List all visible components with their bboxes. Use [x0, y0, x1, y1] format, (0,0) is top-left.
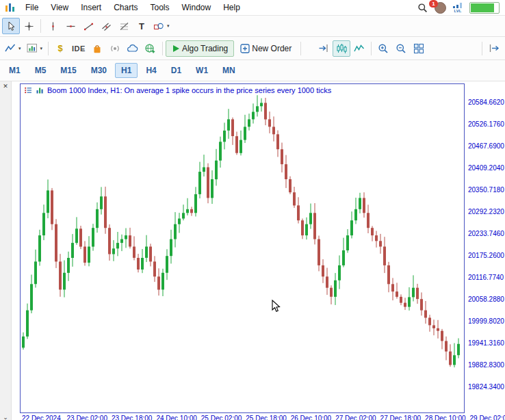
price-axis-label: 20116.7740: [468, 274, 504, 281]
signals-button[interactable]: [106, 40, 124, 57]
symbols-button[interactable]: $: [51, 40, 69, 57]
time-scale[interactable]: 22 Dec 202423 Dec 02:0023 Dec 18:0024 De…: [21, 414, 505, 420]
indicators-button[interactable]: [24, 40, 46, 57]
separator: [371, 42, 372, 55]
timeframe-h1[interactable]: H1: [115, 63, 138, 78]
level-label: LVL: [454, 9, 462, 13]
trendline-icon: [83, 21, 94, 31]
timeframe-bar: M1M5M15M30H1H4D1W1MN: [0, 60, 505, 81]
notification-badge: 1: [429, 0, 438, 8]
shapes-icon: [153, 21, 164, 31]
menu-item-insert[interactable]: Insert: [75, 1, 107, 15]
cursor-tool-button[interactable]: [2, 18, 20, 34]
price-axis-label: 19824.3400: [468, 383, 504, 391]
menu-item-tools[interactable]: Tools: [144, 1, 176, 15]
separator: [482, 42, 482, 55]
price-axis-label: 20584.6620: [468, 99, 504, 106]
timeframe-m15[interactable]: M15: [54, 63, 82, 78]
time-axis-label: 29 Dec 02:00: [470, 415, 505, 420]
zoom-in-button[interactable]: [374, 40, 392, 57]
level-indicator[interactable]: LVL: [453, 3, 463, 13]
timeframe-d1[interactable]: D1: [165, 63, 187, 78]
play-icon: [172, 44, 180, 53]
chart-window: Boom 1000 Index, H1: On average 1 spike …: [12, 81, 505, 420]
chart-type-button[interactable]: [2, 40, 24, 57]
close-icon[interactable]: ✕: [3, 83, 8, 90]
drawing-toolbar: T: [0, 16, 505, 37]
candles-mode-button[interactable]: [333, 40, 350, 57]
menu-item-help[interactable]: Help: [217, 1, 246, 15]
market-button[interactable]: [88, 40, 106, 57]
connection-fill: [471, 3, 494, 12]
menu-item-file[interactable]: File: [19, 1, 44, 15]
tick-chart-button[interactable]: [350, 40, 368, 57]
chart-menu-icon[interactable]: [24, 86, 32, 94]
chart-title-row: Boom 1000 Index, H1: On average 1 spike …: [24, 86, 331, 94]
price-axis-label: 20175.2600: [468, 252, 504, 259]
cursor-icon: [6, 21, 16, 31]
time-axis-label: 28 Dec 10:00: [425, 415, 466, 420]
plot-area[interactable]: Boom 1000 Index, H1: On average 1 spike …: [20, 83, 465, 413]
vps-button[interactable]: [124, 40, 142, 57]
timeframe-w1[interactable]: W1: [190, 63, 214, 78]
ide-button[interactable]: IDE: [69, 40, 88, 57]
horizontal-line-tool-button[interactable]: [62, 18, 79, 34]
shapes-tool-button[interactable]: [151, 18, 172, 34]
separator: [40, 19, 41, 33]
dollar-icon: $: [57, 43, 62, 53]
timeframe-m30[interactable]: M30: [85, 63, 113, 78]
tile-windows-button[interactable]: [410, 40, 428, 57]
time-axis-label: 25 Dec 18:00: [246, 415, 287, 420]
search-icon[interactable]: [417, 3, 428, 13]
chart-shift-button[interactable]: [485, 40, 503, 57]
grid-tiles-icon: [413, 43, 424, 54]
fibonacci-tool-button[interactable]: [115, 18, 133, 34]
fibonacci-icon: [119, 21, 129, 31]
signals-icon: [109, 43, 120, 54]
time-axis-label: 25 Dec 02:00: [201, 415, 242, 420]
crosshair-icon: [24, 21, 34, 31]
crosshair-tool-button[interactable]: [20, 18, 38, 34]
new-order-label: New Order: [252, 44, 292, 53]
globe-plus-icon: [144, 43, 156, 54]
new-order-button[interactable]: New Order: [234, 40, 298, 57]
text-tool-button[interactable]: T: [133, 18, 151, 34]
chart-bars-icon[interactable]: [36, 86, 44, 94]
menu-item-window[interactable]: Window: [176, 1, 218, 15]
signal-bars-icon: [453, 3, 463, 8]
menu-item-view[interactable]: View: [44, 1, 75, 15]
price-axis-label: 19882.8300: [468, 361, 504, 369]
trendline-tool-button[interactable]: [79, 18, 97, 34]
time-axis-label: 22 Dec 2024: [22, 415, 61, 420]
community-avatar[interactable]: 1: [435, 2, 446, 14]
algo-trading-button[interactable]: Algo Trading: [166, 40, 234, 57]
community-button[interactable]: [142, 40, 159, 57]
zoom-out-button[interactable]: [392, 40, 410, 57]
menu-items: FileViewInsertChartsToolsWindowHelp: [19, 1, 246, 15]
timeframe-h4[interactable]: H4: [140, 63, 162, 78]
app-logo-icon: [1, 3, 19, 12]
text-tool-label: T: [139, 21, 144, 31]
timeframe-m1[interactable]: M1: [3, 63, 27, 78]
vertical-line-tool-button[interactable]: [44, 18, 62, 34]
chart-title: Boom 1000 Index, H1: On average 1 spike …: [47, 86, 331, 94]
chevron-down-icon[interactable]: ⌄: [3, 415, 8, 420]
price-scale[interactable]: 20584.662020526.176020467.690020409.2040…: [465, 83, 505, 412]
indicator-chart-icon: [27, 43, 38, 53]
timeframe-mn[interactable]: MN: [216, 63, 242, 78]
menubar-right: 1 LVL: [417, 2, 504, 14]
metatrader5-window: FileViewInsertChartsToolsWindowHelp 1 LV…: [0, 0, 505, 420]
menu-item-charts[interactable]: Charts: [107, 1, 144, 15]
equidistant-channel-tool-button[interactable]: [97, 18, 115, 34]
workspace: ✕ ⌄ Boom 1000 Index, H1: On average 1 sp…: [0, 81, 505, 420]
price-axis-label: 20409.2040: [468, 164, 504, 172]
time-axis-label: 27 Dec 18:00: [380, 415, 422, 420]
separator: [162, 42, 163, 55]
timeframe-m5[interactable]: M5: [29, 63, 53, 78]
auto-scroll-button[interactable]: [315, 40, 333, 57]
candlestick-svg[interactable]: [21, 84, 464, 412]
time-axis-label: 26 Dec 10:00: [291, 415, 332, 420]
price-axis-label: 20292.2320: [468, 208, 504, 215]
menu-bar: FileViewInsertChartsToolsWindowHelp 1 LV…: [0, 0, 505, 16]
ide-label: IDE: [72, 44, 86, 53]
